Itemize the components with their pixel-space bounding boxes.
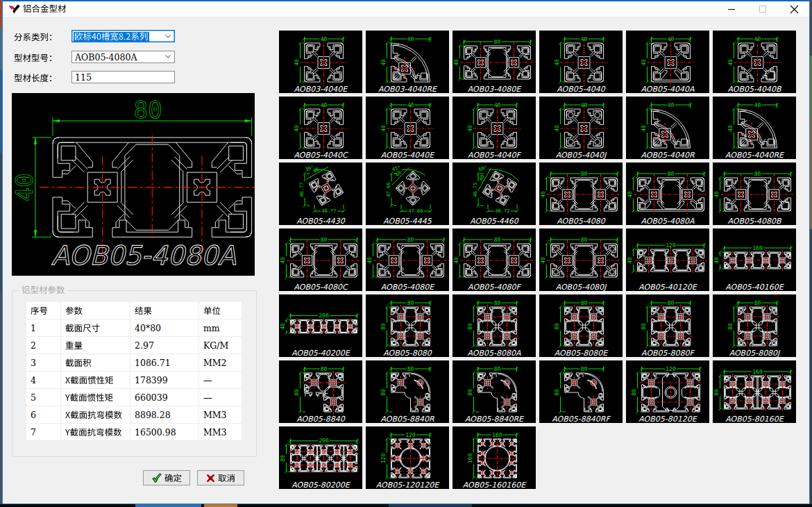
svg-text:40: 40 (581, 102, 588, 108)
title-bar[interactable] (3, 1, 809, 17)
profile-tile-drawing: 12040AOB05-40120E (626, 228, 709, 291)
svg-text:40: 40 (713, 191, 720, 198)
series-dropdown-icon[interactable] (165, 35, 171, 38)
tile-label: AOB05-4080E (381, 283, 435, 291)
profile-tile[interactable]: 8080AOB05-8080 (366, 294, 449, 357)
profile-tile[interactable]: 8040AOB05-4080A (626, 163, 709, 225)
params-cell: — (199, 372, 242, 389)
app-logo-icon (8, 4, 20, 14)
params-row: 716500.98MM3 (26, 424, 242, 441)
svg-text:40: 40 (727, 59, 734, 66)
svg-text:120: 120 (666, 366, 676, 372)
profile-tile-drawing: 4040AOB03-4040RE (366, 31, 449, 93)
profile-tile-drawing: 4040AOB05-4040 (539, 31, 623, 93)
svg-text:80: 80 (494, 39, 501, 45)
profile-tile[interactable]: 160160AOB05-160160E (452, 426, 536, 489)
profile-tile[interactable]: 8080AOB05-8840 (279, 360, 362, 423)
svg-text:40: 40 (467, 125, 473, 132)
svg-text:47.66: 47.66 (386, 182, 391, 197)
profile-tile[interactable]: 20080AOB05-80200E (279, 426, 362, 489)
tile-label: AOB05-80160E (725, 415, 784, 423)
profile-tile-drawing: 4040AOB05-4040B (713, 31, 796, 93)
maximize-button[interactable] (747, 1, 779, 17)
params-row: 31086.71MM2 (26, 354, 242, 372)
profile-tile[interactable]: 8040AOB03-4080E (452, 31, 536, 93)
svg-text:40: 40 (727, 125, 734, 132)
profile-tile-drawing: 8040AOB05-4080F (452, 228, 536, 291)
params-table: 140*80mm22.97KG/M31086.71MM24178399—5660… (26, 302, 242, 441)
tile-label: AOB05-8080J (729, 349, 781, 357)
svg-text:40: 40 (540, 257, 546, 264)
profile-tile[interactable]: 47.6647.664045°AOB05-4445 (366, 163, 449, 225)
svg-text:40: 40 (554, 125, 560, 132)
profile-tile[interactable]: 4040AOB05-4040E (366, 97, 449, 159)
svg-text:160: 160 (492, 432, 502, 438)
profile-tile[interactable]: 4040AOB05-4040C (279, 97, 362, 159)
cancel-button[interactable] (197, 470, 244, 485)
profile-tile[interactable]: 46.7546.724060°AOB05-4460 (452, 163, 536, 225)
profile-tile[interactable]: 16040AOB05-40160E (713, 228, 796, 291)
profile-tile[interactable]: 4040AOB03-4040RE (366, 31, 449, 93)
profile-tile[interactable]: 8040AOB05-4080 (539, 163, 623, 225)
profile-tile[interactable]: 4040AOB05-4040B (713, 31, 796, 93)
tile-label: AOB05-40120E (638, 283, 697, 291)
tile-label: AOB05-4040F (468, 151, 521, 159)
svg-text:40: 40 (294, 125, 300, 132)
svg-text:40: 40 (713, 257, 720, 264)
cancel-x-icon (206, 474, 215, 483)
profile-tile[interactable]: 8040AOB05-4080B (713, 163, 796, 225)
profile-tile[interactable]: 8040AOB05-4080F (452, 228, 536, 291)
svg-text:40: 40 (407, 36, 414, 42)
profile-tile[interactable]: 8080AOB05-8840RE (452, 360, 536, 423)
profile-tile[interactable]: 8080AOB05-8080J (713, 294, 796, 357)
profile-tile-drawing: 120120AOB05-120120E (366, 426, 449, 489)
svg-text:40: 40 (668, 102, 675, 108)
profile-tile[interactable]: 4040AOB05-4040R (626, 97, 709, 159)
tile-label: AOB05-4040R (641, 151, 694, 159)
profile-tile[interactable]: 120120AOB05-120120E (366, 426, 449, 489)
profile-tile[interactable]: 4040AOB05-4040J (539, 97, 623, 159)
params-cell: MM3 (199, 406, 242, 424)
series-label (14, 33, 58, 42)
model-combobox[interactable]: AOB05-4080A (71, 51, 175, 63)
svg-text:40: 40 (380, 59, 387, 66)
close-button[interactable] (779, 1, 810, 17)
profile-tile[interactable]: 20040AOB05-40200E (279, 294, 362, 357)
profile-tile[interactable]: 4040AOB03-4040E (279, 31, 362, 93)
profile-tile[interactable]: 8040AOB05-4080C (279, 228, 362, 291)
params-row: 5660039— (26, 389, 242, 406)
profile-tile[interactable]: 4040AOB05-4040A (626, 31, 709, 93)
ok-button[interactable] (143, 470, 190, 485)
profile-tile[interactable]: 46.7746.774030°AOB05-4430 (279, 163, 362, 225)
minimize-button[interactable] (716, 1, 747, 17)
profile-tile[interactable]: 4040AOB05-4040RE (713, 97, 796, 159)
profile-tile[interactable]: 8080AOB05-8080F (626, 294, 709, 357)
profile-tile[interactable]: 12080AOB05-80120E (626, 360, 709, 423)
svg-text:40: 40 (627, 191, 633, 198)
window-title (23, 4, 67, 14)
svg-text:200: 200 (319, 438, 329, 444)
profile-tile[interactable]: 8040AOB05-4080E (366, 228, 449, 291)
profile-tile-drawing: 4040AOB05-4040F (452, 97, 536, 159)
profile-tile[interactable]: 4040AOB05-4040 (539, 31, 623, 93)
profile-tile[interactable]: 4040AOB05-4040F (452, 97, 536, 159)
profile-tile[interactable]: 8080AOB05-8080E (539, 294, 623, 357)
tile-label: AOB05-4430 (296, 217, 345, 225)
profile-tile-drawing: 20080AOB05-80200E (279, 426, 362, 489)
profile-tile[interactable]: 8080AOB05-8080A (452, 294, 536, 357)
length-input[interactable]: 115 (71, 71, 175, 83)
profile-tile[interactable]: 8080AOB05-8840RF (539, 360, 623, 423)
profile-tile[interactable]: 16080AOB05-80160E (713, 360, 796, 423)
profile-tile-drawing: 8080AOB05-8080J (713, 294, 796, 357)
profile-tile[interactable]: 8040AOB05-4080J (539, 228, 623, 291)
params-cell: MM3 (199, 424, 242, 441)
series-combobox[interactable] (71, 30, 175, 42)
profile-tile[interactable]: 12040AOB05-40120E (626, 228, 709, 291)
svg-text:40: 40 (407, 102, 414, 108)
profile-tile-drawing: 20040AOB05-40200E (279, 294, 362, 357)
profile-tile[interactable]: 8080AOB05-8840R (366, 360, 449, 423)
params-row: 4178399— (26, 372, 242, 389)
model-dropdown-icon[interactable] (165, 55, 171, 58)
svg-text:40: 40 (280, 323, 286, 330)
profile-tile-drawing: 8080AOB05-8840RE (452, 360, 536, 423)
